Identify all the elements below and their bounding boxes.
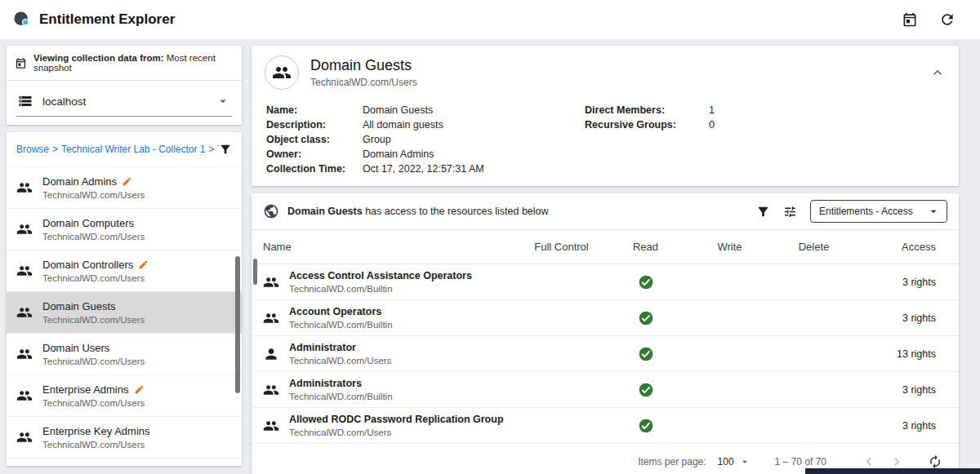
snapshot-card: Viewing collection data from: Most recen… <box>7 46 242 125</box>
page-title: Domain Guests <box>310 57 417 74</box>
fields-right: Direct Members:1Recursive Groups:0 <box>585 104 715 175</box>
list-item[interactable]: Domain Computers TechnicalWD.com/Users <box>7 209 242 250</box>
group-icon <box>263 382 279 398</box>
sidebar-item-label: Domain Users <box>42 342 109 354</box>
table-filter-button[interactable] <box>756 205 770 219</box>
field-value: All domain guests <box>363 119 585 131</box>
group-icon <box>16 179 33 196</box>
sidebar-item-label: Domain Admins <box>42 175 117 188</box>
items-per-page-select[interactable]: 100 <box>718 456 751 467</box>
person-icon <box>263 346 279 362</box>
group-icon <box>16 221 33 237</box>
snapshot-text: Viewing collection data from: Most recen… <box>33 53 234 73</box>
sidebar-item-path: TechnicalWD.com/Users <box>42 232 145 241</box>
breadcrumb-separator: > <box>52 144 58 155</box>
field-value: Domain Guests <box>363 104 585 116</box>
refresh-button[interactable] <box>939 11 956 28</box>
entitlements-view-value: Entitlements - Access <box>819 206 913 217</box>
field-label: Description: <box>266 119 354 131</box>
field-label: Owner: <box>266 148 354 160</box>
table-body: Access Control Assistance Operators Tech… <box>252 264 959 444</box>
chevron-down-icon <box>216 94 230 109</box>
column-header-name: Name <box>263 241 519 253</box>
server-select-value: localhost <box>42 95 206 108</box>
cell-read <box>604 382 688 398</box>
table-scrollbar-thumb[interactable] <box>253 259 257 285</box>
group-icon <box>16 263 33 279</box>
table-header-row: NameFull ControlReadWriteDeleteAccess <box>252 230 959 264</box>
breadcrumb: Browse>Technical Writer Lab - Collector … <box>16 144 219 155</box>
sidebar-item-label: Enterprise Admins <box>42 383 129 396</box>
field-value: Group <box>363 134 585 145</box>
list-item[interactable]: Enterprise Read-only Domain Controllers <box>7 458 242 466</box>
next-page-button[interactable] <box>889 454 905 470</box>
chevron-up-icon <box>929 64 946 81</box>
page-subtitle: TechnicalWD.com/Users <box>310 77 417 88</box>
table-row[interactable]: Allowed RODC Password Replication Group … <box>252 408 959 444</box>
field-label: Direct Members: <box>585 104 701 116</box>
items-per-page-value: 100 <box>718 456 734 467</box>
list-item[interactable]: Domain Controllers TechnicalWD.com/Users <box>7 250 242 292</box>
detail-card: Domain Guests TechnicalWD.com/Users Name… <box>252 46 959 186</box>
entitlements-view-select[interactable]: Entitlements - Access <box>810 200 947 223</box>
group-icon <box>263 310 279 326</box>
check-circle-icon <box>638 382 654 398</box>
sidebar-item-label: Domain Controllers <box>42 259 133 271</box>
chevron-down-icon <box>739 456 751 467</box>
table-row[interactable]: Administrators TechnicalWD.com/Builtin 3… <box>252 372 959 408</box>
column-header-delete: Delete <box>772 241 856 253</box>
chevron-down-icon <box>927 205 940 218</box>
field-label: Recursive Groups: <box>585 119 701 131</box>
group-icon <box>272 63 292 82</box>
sidebar-scrollbar-thumb[interactable] <box>235 256 240 393</box>
check-circle-icon <box>638 310 654 326</box>
cell-read <box>604 274 688 290</box>
column-header-full-control: Full Control <box>519 241 604 253</box>
breadcrumb-separator: > <box>209 144 215 155</box>
access-banner-text: Domain Guests has access to the resource… <box>287 206 549 217</box>
field-label: Name: <box>266 104 354 116</box>
server-icon <box>18 94 33 109</box>
sidebar-filter-button[interactable] <box>219 143 232 156</box>
column-settings-button[interactable] <box>783 205 797 219</box>
server-select[interactable]: localhost <box>16 86 232 117</box>
sidebar-item-path: TechnicalWD.com/Users <box>42 273 149 283</box>
column-header-read: Read <box>604 241 688 253</box>
date-picker-button[interactable] <box>902 11 918 28</box>
taskbar-fragment <box>805 468 980 474</box>
field-label: Object class: <box>266 134 354 145</box>
items-per-page-label: Items per page: <box>638 456 706 467</box>
table-row[interactable]: Account Operators TechnicalWD.com/Builti… <box>252 300 959 336</box>
row-name: Administrators <box>289 378 393 389</box>
sidebar-item-path: TechnicalWD.com/Users <box>42 357 145 366</box>
cell-read <box>604 346 688 362</box>
list-item[interactable]: Domain Users TechnicalWD.com/Users <box>7 334 242 375</box>
detail-header: Domain Guests TechnicalWD.com/Users <box>252 46 959 96</box>
collapse-button[interactable] <box>929 64 946 81</box>
globe-icon <box>263 203 279 219</box>
fields-left: Name:Domain GuestsDescription:All domain… <box>266 104 585 175</box>
chevron-right-icon <box>889 454 905 470</box>
field-label: Collection Time: <box>266 163 354 175</box>
breadcrumb-link[interactable]: Browse <box>16 144 49 155</box>
list-item[interactable]: Domain Guests TechnicalWD.com/Users <box>7 292 242 334</box>
group-icon <box>16 346 33 362</box>
list-item[interactable]: Enterprise Key Admins TechnicalWD.com/Us… <box>7 417 242 458</box>
detail-fields: Name:Domain GuestsDescription:All domain… <box>252 96 959 176</box>
table-row[interactable]: Access Control Assistance Operators Tech… <box>252 264 959 300</box>
row-path: TechnicalWD.com/Users <box>289 356 391 365</box>
sidebar-item-path: TechnicalWD.com/Users <box>42 440 150 450</box>
privileged-flag-icon <box>134 384 145 395</box>
page-content: Viewing collection data from: Most recen… <box>0 39 980 474</box>
table-row[interactable]: Administrator TechnicalWD.com/Users 13 r… <box>252 336 959 372</box>
row-name: Administrator <box>289 342 391 353</box>
previous-page-button[interactable] <box>861 454 877 470</box>
list-item[interactable]: Enterprise Admins TechnicalWD.com/Users <box>7 375 242 417</box>
list-item[interactable]: Domain Admins TechnicalWD.com/Users <box>7 167 242 209</box>
avatar <box>265 55 299 90</box>
row-path: TechnicalWD.com/Builtin <box>289 284 472 294</box>
group-icon <box>16 388 33 404</box>
app-logo-icon <box>13 11 31 29</box>
reload-table-button[interactable] <box>928 454 942 469</box>
breadcrumb-link[interactable]: Technical Writer Lab - Collector 1 <box>61 144 206 155</box>
